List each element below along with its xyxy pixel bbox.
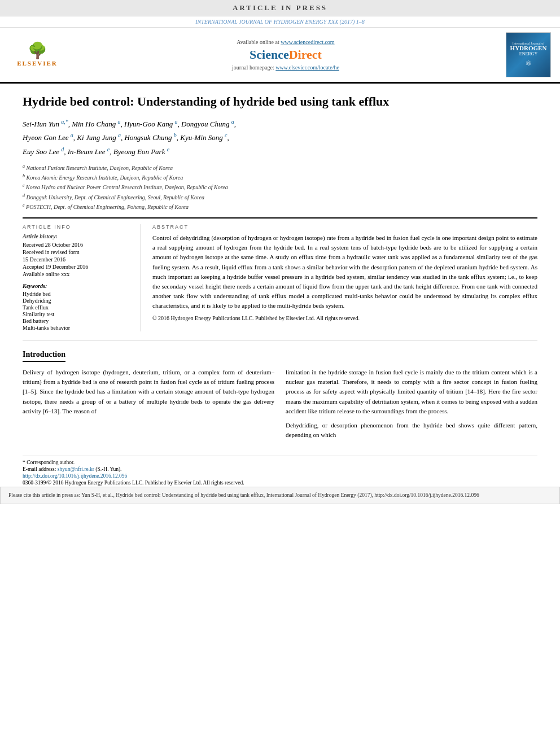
sciencedirect-link[interactable]: www.sciencedirect.com <box>281 39 334 45</box>
sciencedirect-logo: ScienceDirect <box>71 47 500 62</box>
footnote-doi: http://dx.doi.org/10.1016/j.ijhydene.201… <box>23 473 537 479</box>
abstract-label: ABSTRACT <box>152 224 537 230</box>
section-separator <box>23 340 537 341</box>
introduction-columns: Delivery of hydrogen isotope (hydrogen, … <box>23 368 537 444</box>
elsevier-logo: 🌳 ELSEVIER <box>9 35 71 75</box>
journal-cover: International Journal of HYDROGEN ENERGY… <box>500 32 551 77</box>
keyword-multi-tanks: Multi-tanks behavior <box>23 325 133 331</box>
journal-homepage-text: journal homepage: www.elsevier.com/locat… <box>71 64 500 71</box>
available-online-text: Available online at www.sciencedirect.co… <box>71 39 500 45</box>
keywords-label: Keywords: <box>23 283 133 289</box>
introduction-section: Introduction Delivery of hydrogen isotop… <box>23 350 537 444</box>
email-name: (S.-H. Yun). <box>95 466 121 472</box>
center-header: Available online at www.sciencedirect.co… <box>71 39 500 71</box>
article-title: Hydride bed control: Understanding of hy… <box>23 94 537 110</box>
footnote-issn: 0360-3199/© 2016 Hydrogen Energy Publica… <box>23 480 537 486</box>
article-in-press-banner: ARTICLE IN PRESS <box>0 0 560 16</box>
accepted-date: Accepted 19 December 2016 <box>23 264 133 270</box>
doi-link[interactable]: http://dx.doi.org/10.1016/j.ijhydene.201… <box>23 473 127 479</box>
revised-date: 15 December 2016 <box>23 256 133 263</box>
authors: Sei-Hun Yun a,*, Min Ho Chang a, Hyun-Go… <box>23 117 537 159</box>
article-info-column: ARTICLE INFO Article history: Received 2… <box>23 224 141 331</box>
journal-homepage-link[interactable]: www.elsevier.com/locate/he <box>275 64 339 71</box>
intro-right-column: limitation in the hydride storage in fus… <box>286 368 537 444</box>
intro-para-1: Delivery of hydrogen isotope (hydrogen, … <box>23 368 274 416</box>
journal-cover-line2: HYDROGEN <box>510 45 547 51</box>
intro-para-3: Dehydriding, or desorption phenomenon fr… <box>286 421 537 440</box>
article-info-label: ARTICLE INFO <box>23 224 133 230</box>
journal-cover-line1: International Journal of <box>513 42 544 45</box>
keyword-dehydriding: Dehydriding <box>23 298 133 304</box>
journal-cover-line3: ENERGY <box>519 51 537 56</box>
affiliations: a National Fusiont Research Institute, D… <box>23 163 537 212</box>
article-info-abstract-section: ARTICLE INFO Article history: Received 2… <box>23 217 537 331</box>
abstract-column: ABSTRACT Control of dehydriding (desorpt… <box>152 224 537 331</box>
footnote-corresponding: * Corresponding author. <box>23 460 537 465</box>
keyword-hydride-bed: Hydride bed <box>23 291 133 297</box>
footnote-email: E-mail address: shyun@nfri.re.kr (S.-H. … <box>23 466 537 472</box>
article-history-label: Article history: <box>23 233 133 239</box>
intro-para-2: limitation in the hydride storage in fus… <box>286 368 537 416</box>
citation-box: Please cite this article in press as: Yu… <box>0 487 560 504</box>
introduction-title: Introduction <box>23 350 65 362</box>
abstract-copyright: © 2016 Hydrogen Energy Publications LLC.… <box>152 315 537 321</box>
available-online-text: Available online xxx <box>23 271 133 277</box>
intro-left-column: Delivery of hydrogen isotope (hydrogen, … <box>23 368 274 444</box>
keyword-tank-efflux: Tank efflux <box>23 304 133 311</box>
elsevier-tree-icon: 🌳 <box>28 43 47 59</box>
email-link[interactable]: shyun@nfri.re.kr <box>58 466 94 472</box>
keyword-bed-battery: Bed battery <box>23 318 133 324</box>
journal-header-line: INTERNATIONAL JOURNAL OF HYDROGEN ENERGY… <box>0 16 560 28</box>
journal-cover-image: International Journal of HYDROGEN ENERGY… <box>506 32 551 77</box>
abstract-text: Control of dehydriding (desorption of hy… <box>152 233 537 310</box>
keyword-similarity-test: Similarity test <box>23 311 133 317</box>
received-date: Received 28 October 2016 <box>23 242 133 248</box>
top-header: 🌳 ELSEVIER Available online at www.scien… <box>0 28 560 84</box>
main-content: Hydride bed control: Understanding of hy… <box>0 94 560 486</box>
elsevier-label: ELSEVIER <box>17 60 58 67</box>
revised-label: Received in revised form <box>23 249 133 255</box>
footnote-section: * Corresponding author. E-mail address: … <box>23 456 537 486</box>
